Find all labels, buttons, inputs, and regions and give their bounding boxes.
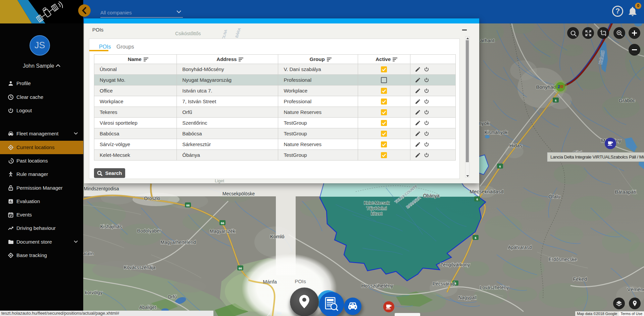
svg-text:Hosszúhetény: Hosszúhetény [361, 283, 393, 289]
svg-text:Apátvarasd: Apátvarasd [508, 245, 532, 250]
svg-text:Erdősmecske: Erdősmecske [549, 257, 577, 262]
svg-text:Kishajmás: Kishajmás [100, 224, 122, 229]
svg-text:Feked: Feked [573, 276, 587, 282]
svg-text:6: 6 [476, 198, 478, 201]
svg-text:Nagypall: Nagypall [458, 295, 477, 300]
svg-text:6: 6 [454, 282, 456, 285]
svg-text:Tájvédelmi: Tájvédelmi [366, 206, 387, 211]
svg-text:Bátaapáti: Bátaapáti [615, 189, 636, 195]
svg-text:Véménd: Véménd [627, 287, 644, 292]
svg-text:6: 6 [475, 236, 476, 240]
svg-text:Mecseknádasd: Mecseknádasd [470, 189, 504, 194]
svg-text:6: 6 [555, 99, 556, 102]
svg-text:Lovászhetény: Lovászhetény [480, 285, 509, 290]
svg-text:Kelet-Mecsek: Kelet-Mecsek [364, 201, 389, 205]
svg-text:korvölgy: korvölgy [85, 290, 102, 295]
svg-text:Bonyhád: Bonyhád [536, 84, 556, 90]
svg-text:körzet: körzet [371, 211, 383, 216]
svg-text:66: 66 [186, 204, 190, 207]
svg-text:Kismányok: Kismányok [485, 130, 508, 135]
svg-text:Magyarhertelend: Magyarhertelend [160, 240, 196, 245]
svg-text:arhant: arhant [480, 38, 495, 43]
svg-text:66: 66 [239, 267, 242, 270]
svg-text:66: 66 [221, 222, 224, 225]
svg-text:Zengővárkony: Zengővárkony [440, 262, 470, 267]
svg-text:atalin: atalin [83, 251, 94, 256]
svg-text:Ófalu: Ófalu [548, 194, 560, 199]
svg-text:Komló: Komló [270, 234, 285, 239]
svg-text:Oroszló: Oroszló [144, 196, 160, 201]
svg-text:Bodolyabér: Bodolyabér [137, 228, 161, 234]
svg-text:Hidas: Hidas [509, 143, 522, 148]
svg-text:Kovácsszénája: Kovácsszénája [124, 265, 155, 270]
svg-text:Orfű: Orfű [167, 294, 177, 300]
svg-text:Óbánya: Óbánya [423, 193, 439, 198]
svg-text:Mindszentgodisa: Mindszentgodisa [84, 186, 119, 191]
svg-text:6: 6 [499, 165, 501, 168]
svg-text:Mecsekpölöske: Mecsekpölöske [222, 191, 255, 196]
svg-text:Magyarszék: Magyarszék [210, 229, 235, 234]
svg-text:Pécsvárad: Pécsvárad [433, 281, 455, 287]
svg-text:Abaliget: Abaliget [139, 305, 156, 310]
svg-text:Grábóc: Grábóc [618, 98, 635, 103]
